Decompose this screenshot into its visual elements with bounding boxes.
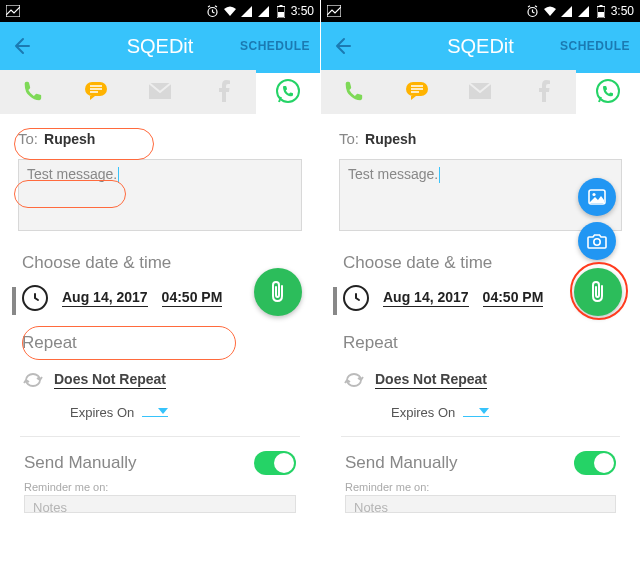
- refresh-icon: [343, 371, 365, 389]
- time-value[interactable]: 04:50 PM: [162, 289, 223, 307]
- tab-strip: [0, 70, 320, 114]
- notes-input[interactable]: Notes: [345, 495, 616, 513]
- whatsapp-icon: [275, 78, 301, 104]
- chevron-down-icon: [158, 408, 168, 414]
- back-button[interactable]: [321, 22, 363, 70]
- attach-fab[interactable]: [574, 268, 622, 316]
- mail-icon: [468, 82, 492, 100]
- tab-sms[interactable]: [64, 70, 128, 114]
- picture-icon: [6, 4, 20, 18]
- signal-icon: [560, 4, 574, 18]
- facebook-icon: [218, 80, 230, 102]
- repeat-value[interactable]: Does Not Repeat: [375, 371, 487, 389]
- svg-point-22: [594, 239, 600, 245]
- to-label: To:: [18, 130, 38, 147]
- back-button[interactable]: [0, 22, 42, 70]
- svg-rect-16: [598, 12, 604, 17]
- mail-icon: [148, 82, 172, 100]
- battery-icon: [594, 4, 608, 18]
- svg-rect-0: [6, 5, 20, 17]
- tab-whatsapp[interactable]: [576, 70, 640, 114]
- sms-icon: [405, 81, 429, 101]
- battery-icon: [274, 4, 288, 18]
- notes-input[interactable]: Notes: [24, 495, 296, 513]
- alarm-icon: [206, 4, 220, 18]
- signal-icon: [577, 4, 591, 18]
- wifi-icon: [223, 4, 237, 18]
- send-manually-label: Send Manually: [345, 453, 457, 473]
- tab-whatsapp[interactable]: [256, 70, 320, 114]
- to-field[interactable]: Rupesh: [44, 131, 95, 147]
- message-text: Test message.: [27, 166, 117, 182]
- send-manually-toggle[interactable]: [254, 451, 296, 475]
- send-manually-label: Send Manually: [24, 453, 136, 473]
- tab-strip: [321, 70, 640, 114]
- repeat-label: Repeat: [10, 315, 310, 361]
- picture-icon: [327, 4, 341, 18]
- to-field[interactable]: Rupesh: [365, 131, 416, 147]
- phone-icon: [342, 80, 364, 102]
- message-input[interactable]: Test message.: [18, 159, 302, 231]
- tab-mail[interactable]: [128, 70, 192, 114]
- expires-label: Expires On: [391, 405, 455, 420]
- phone-screen-left: 3:50 SQEDit SCHEDULE: [0, 0, 320, 564]
- svg-rect-10: [327, 5, 341, 17]
- whatsapp-icon: [595, 78, 621, 104]
- time-value[interactable]: 04:50 PM: [483, 289, 544, 307]
- svg-marker-13: [578, 6, 589, 17]
- message-text: Test message.: [348, 166, 438, 182]
- date-value[interactable]: Aug 14, 2017: [383, 289, 469, 307]
- schedule-button[interactable]: SCHEDULE: [560, 39, 640, 53]
- paperclip-icon: [267, 280, 289, 304]
- reminder-label: Reminder me on:: [331, 479, 630, 495]
- expires-dropdown[interactable]: [142, 408, 168, 417]
- date-value[interactable]: Aug 14, 2017: [62, 289, 148, 307]
- svg-rect-6: [278, 12, 284, 17]
- status-time: 3:50: [291, 4, 314, 18]
- status-bar: 3:50: [0, 0, 320, 22]
- svg-marker-12: [561, 6, 572, 17]
- svg-rect-5: [279, 5, 282, 7]
- signal-icon: [257, 4, 271, 18]
- clock-icon: [343, 285, 369, 311]
- camera-fab[interactable]: [578, 222, 616, 260]
- facebook-icon: [538, 80, 550, 102]
- phone-screen-right: 3:50 SQEDit SCHEDULE To: Rupesh Test mes…: [320, 0, 640, 564]
- reminder-label: Reminder me on:: [10, 479, 310, 495]
- alarm-icon: [526, 4, 540, 18]
- repeat-value[interactable]: Does Not Repeat: [54, 371, 166, 389]
- attach-fab[interactable]: [254, 268, 302, 316]
- paperclip-icon: [587, 280, 609, 304]
- camera-icon: [587, 233, 607, 249]
- svg-rect-15: [599, 5, 602, 7]
- tab-mail[interactable]: [449, 70, 513, 114]
- expires-label: Expires On: [70, 405, 134, 420]
- wifi-icon: [543, 4, 557, 18]
- svg-point-21: [592, 193, 595, 196]
- app-bar: SQEDit SCHEDULE: [0, 22, 320, 70]
- schedule-button[interactable]: SCHEDULE: [240, 39, 320, 53]
- status-time: 3:50: [611, 4, 634, 18]
- tab-facebook[interactable]: [512, 70, 576, 114]
- app-bar: SQEDit SCHEDULE: [321, 22, 640, 70]
- expires-dropdown[interactable]: [463, 408, 489, 417]
- tab-phone[interactable]: [321, 70, 385, 114]
- tab-facebook[interactable]: [192, 70, 256, 114]
- tab-phone[interactable]: [0, 70, 64, 114]
- svg-marker-2: [241, 6, 252, 17]
- clock-icon: [22, 285, 48, 311]
- chevron-down-icon: [479, 408, 489, 414]
- send-manually-toggle[interactable]: [574, 451, 616, 475]
- svg-marker-3: [258, 6, 269, 17]
- repeat-label: Repeat: [331, 315, 630, 361]
- tab-sms[interactable]: [385, 70, 449, 114]
- phone-icon: [21, 80, 43, 102]
- sms-icon: [84, 81, 108, 101]
- image-icon: [588, 189, 606, 205]
- signal-icon: [240, 4, 254, 18]
- to-label: To:: [339, 130, 359, 147]
- refresh-icon: [22, 371, 44, 389]
- status-bar: 3:50: [321, 0, 640, 22]
- gallery-fab[interactable]: [578, 178, 616, 216]
